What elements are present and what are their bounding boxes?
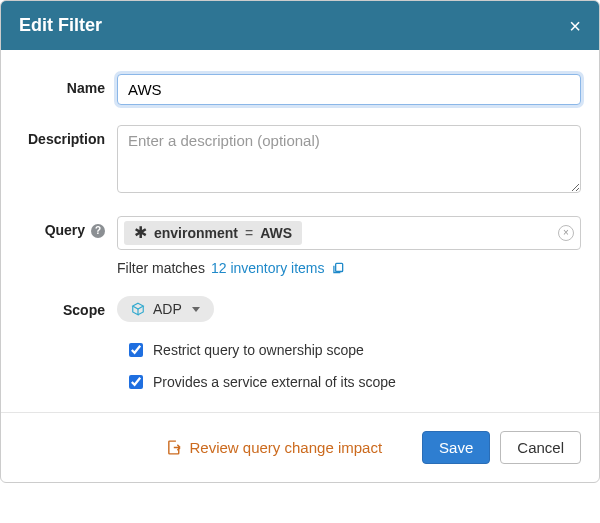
matches-prefix: Filter matches (117, 260, 205, 276)
provides-external-label: Provides a service external of its scope (153, 374, 396, 390)
restrict-scope-checkbox[interactable] (129, 343, 143, 357)
modal-body: Name Description Query ? ✱ environment (1, 50, 599, 412)
modal-header: Edit Filter × (1, 1, 599, 50)
asterisk-icon: ✱ (134, 225, 147, 241)
open-items-icon[interactable] (331, 261, 345, 275)
query-chip-op: = (245, 225, 253, 241)
scope-value: ADP (153, 301, 182, 317)
query-row: Query ? ✱ environment = AWS × Filter mat… (19, 216, 581, 276)
scope-label: Scope (19, 296, 117, 318)
clear-query-icon[interactable]: × (558, 225, 574, 241)
name-row: Name (19, 74, 581, 105)
query-input[interactable]: ✱ environment = AWS × (117, 216, 581, 250)
close-icon[interactable]: × (569, 16, 581, 36)
save-button[interactable]: Save (422, 431, 490, 464)
help-icon[interactable]: ? (91, 224, 105, 238)
query-chip-value: AWS (260, 225, 292, 241)
description-label: Description (19, 125, 117, 147)
query-chip-key: environment (154, 225, 238, 241)
export-icon (166, 439, 183, 456)
review-impact-link[interactable]: Review query change impact (166, 439, 382, 456)
matches-link[interactable]: 12 inventory items (211, 260, 325, 276)
restrict-scope-label: Restrict query to ownership scope (153, 342, 364, 358)
review-impact-label: Review query change impact (189, 439, 382, 456)
description-input[interactable] (117, 125, 581, 193)
edit-filter-modal: Edit Filter × Name Description Query ? (0, 0, 600, 483)
scope-row: Scope ADP (19, 296, 581, 322)
provides-external-row[interactable]: Provides a service external of its scope (129, 374, 581, 390)
chevron-down-icon (192, 307, 200, 312)
scope-select[interactable]: ADP (117, 296, 214, 322)
restrict-scope-row[interactable]: Restrict query to ownership scope (129, 342, 581, 358)
cancel-button[interactable]: Cancel (500, 431, 581, 464)
description-row: Description (19, 125, 581, 196)
query-chip[interactable]: ✱ environment = AWS (124, 221, 302, 245)
name-label: Name (19, 74, 117, 96)
modal-footer: Review query change impact Save Cancel (1, 412, 599, 482)
query-matches-line: Filter matches 12 inventory items (117, 260, 581, 276)
query-label-text: Query (45, 222, 85, 238)
provides-external-checkbox[interactable] (129, 375, 143, 389)
modal-title: Edit Filter (19, 15, 102, 36)
scope-options: Restrict query to ownership scope Provid… (129, 342, 581, 390)
name-input[interactable] (117, 74, 581, 105)
query-label: Query ? (19, 216, 117, 238)
cube-icon (131, 302, 145, 316)
svg-rect-0 (335, 263, 342, 271)
